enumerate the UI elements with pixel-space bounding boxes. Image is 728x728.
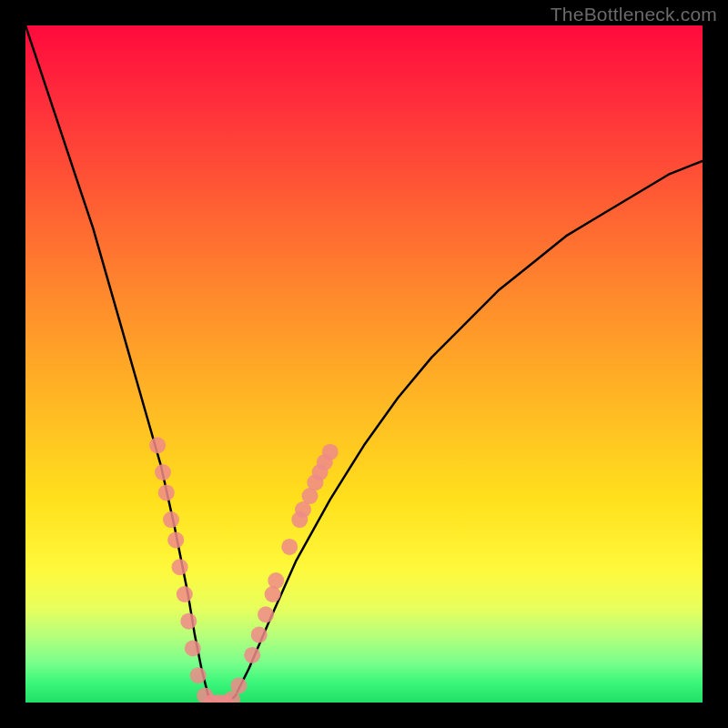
bottleneck-curve	[25, 25, 703, 703]
plot-area	[25, 25, 703, 703]
data-marker	[185, 641, 201, 657]
data-markers	[149, 437, 339, 703]
data-marker	[322, 444, 339, 460]
data-marker	[155, 464, 171, 480]
data-marker	[149, 437, 166, 453]
data-marker	[167, 531, 184, 548]
data-marker	[230, 677, 247, 693]
data-marker	[172, 559, 188, 575]
data-marker	[268, 572, 284, 589]
watermark-text: TheBottleneck.com	[551, 4, 717, 25]
data-marker	[258, 606, 274, 622]
data-marker	[281, 539, 298, 555]
data-marker	[158, 484, 175, 500]
data-marker	[251, 627, 268, 643]
data-marker	[244, 647, 260, 663]
data-marker	[190, 667, 207, 683]
data-marker	[163, 511, 179, 528]
data-marker	[177, 586, 193, 602]
data-marker	[180, 613, 197, 630]
chart-frame: TheBottleneck.com	[0, 0, 728, 728]
chart-overlay	[25, 25, 703, 703]
